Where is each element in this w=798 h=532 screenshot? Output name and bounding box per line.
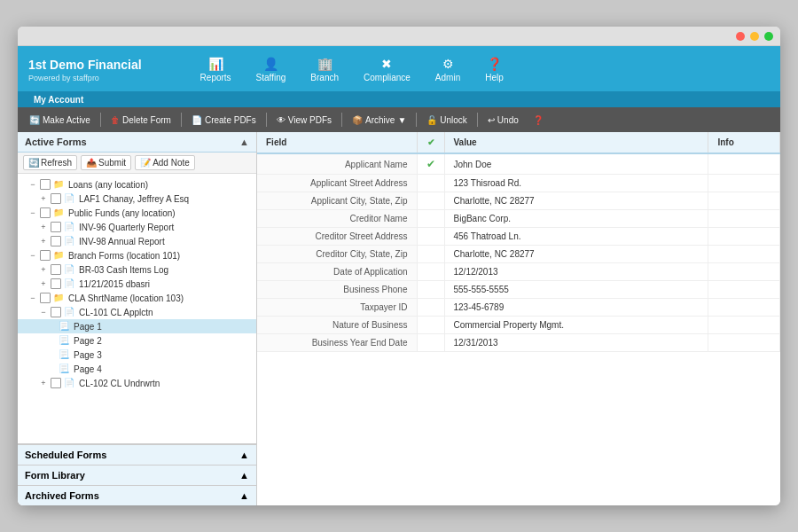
nav-branch[interactable]: 🏢 Branch <box>298 51 351 88</box>
submit-button[interactable]: 📤 Submit <box>81 155 131 170</box>
scheduled-forms-label: Scheduled Forms <box>25 450 106 460</box>
table-row[interactable]: Creditor NameBigBanc Corp. <box>257 210 780 228</box>
check-cell <box>417 263 444 281</box>
table-row[interactable]: Applicant Street Address123 Thisroad Rd. <box>257 175 780 192</box>
dbasri-icon: 📄 <box>64 278 76 289</box>
tree-dbasri[interactable]: + 📄 11/21/2015 dbasri <box>18 277 256 291</box>
left-panel-toolbar: 🔄 Refresh 📤 Submit 📝 Add Note <box>18 153 256 174</box>
tree-public-funds[interactable]: − 📁 Public Funds (any location) <box>18 206 256 220</box>
make-active-button[interactable]: 🔄 Make Active <box>25 113 95 127</box>
tree-cl101[interactable]: − 📄 CL-101 CL Applctn <box>18 305 256 319</box>
value-cell: Charlotte, NC 28277 <box>444 192 708 210</box>
unlock-icon: 🔓 <box>426 115 437 125</box>
loans-toggle[interactable]: − <box>28 180 37 189</box>
laf1-checkbox[interactable] <box>51 193 61 204</box>
table-row[interactable]: Creditor Street Address456 Thatroad Ln. <box>257 228 780 246</box>
check-cell <box>417 228 444 246</box>
unlock-button[interactable]: 🔓 Unlock <box>422 113 472 127</box>
form-library-header[interactable]: Form Library ▲ <box>18 466 256 485</box>
undo-button[interactable]: ↩ Undo <box>483 113 523 127</box>
my-account-label[interactable]: My Account <box>28 93 89 106</box>
scheduled-forms-header[interactable]: Scheduled Forms ▲ <box>18 445 256 465</box>
br03-checkbox[interactable] <box>51 264 61 275</box>
table-row[interactable]: Taxpayer ID123-45-6789 <box>257 299 780 317</box>
cla-icon: 📁 <box>53 293 66 303</box>
close-button[interactable] <box>736 32 745 41</box>
cl102-icon: 📄 <box>64 378 76 388</box>
page2-icon: 📃 <box>59 335 71 346</box>
table-row[interactable]: Date of Application12/12/2013 <box>257 263 780 281</box>
br03-toggle[interactable]: + <box>39 265 48 274</box>
dbasri-checkbox[interactable] <box>51 278 61 289</box>
br03-icon: 📄 <box>64 264 76 275</box>
add-note-button[interactable]: 📝 Add Note <box>135 155 195 170</box>
public-funds-checkbox[interactable] <box>40 207 51 218</box>
cl102-checkbox[interactable] <box>51 378 61 388</box>
value-cell: 456 Thatroad Ln. <box>444 228 708 246</box>
tree-cl102[interactable]: + 📄 CL-102 CL Undrwrtn <box>18 376 256 390</box>
tree-laf1[interactable]: + 📄 LAF1 Chanay, Jeffrey A Esq <box>18 192 256 206</box>
cl101-toggle[interactable]: − <box>39 308 48 317</box>
inv98-checkbox[interactable] <box>51 236 61 246</box>
dbasri-toggle[interactable]: + <box>39 279 48 288</box>
field-cell: Taxpayer ID <box>257 299 417 317</box>
nav-admin[interactable]: ⚙ Admin <box>423 51 473 88</box>
data-table: Field ✔ Value Info Applicant Name✔John D… <box>257 132 780 352</box>
tree-page1[interactable]: 📃 Page 1 <box>18 319 256 333</box>
table-row[interactable]: Nature of BusinessCommercial Property Mg… <box>257 317 780 334</box>
branch-checkbox[interactable] <box>40 250 51 261</box>
tree-inv96[interactable]: + 📄 INV-96 Quarterly Report <box>18 220 256 234</box>
check-cell: ✔ <box>417 153 444 175</box>
table-row[interactable]: Creditor City, State, ZipCharlotte, NC 2… <box>257 246 780 263</box>
page4-label: Page 4 <box>74 364 102 374</box>
info-cell <box>708 299 780 317</box>
bottom-panels: Scheduled Forms ▲ Form Library ▲ Archive… <box>18 443 256 505</box>
info-cell <box>708 334 780 352</box>
cl101-checkbox[interactable] <box>51 307 61 317</box>
minimize-button[interactable] <box>750 32 759 41</box>
tree-br03[interactable]: + 📄 BR-03 Cash Items Log <box>18 262 256 277</box>
cla-toggle[interactable]: − <box>28 293 37 302</box>
branch-toggle[interactable]: − <box>28 251 37 260</box>
help-toolbar-button[interactable]: ❓ <box>528 113 548 127</box>
tree-cla-shortname[interactable]: − 📁 CLA ShrtName (location 103) <box>18 291 256 305</box>
inv98-toggle[interactable]: + <box>39 237 48 246</box>
refresh-button[interactable]: 🔄 Refresh <box>23 155 77 170</box>
table-row[interactable]: Applicant City, State, ZipCharlotte, NC … <box>257 192 780 210</box>
inv96-checkbox[interactable] <box>51 222 61 232</box>
inv96-toggle[interactable]: + <box>39 223 48 231</box>
tree-page3[interactable]: 📃 Page 3 <box>18 348 256 362</box>
cla-checkbox[interactable] <box>40 293 51 303</box>
nav-reports[interactable]: 📊 Reports <box>188 51 244 88</box>
archived-forms-header[interactable]: Archived Forms ▲ <box>18 486 256 505</box>
tree-inv98[interactable]: + 📄 INV-98 Annual Report <box>18 234 256 248</box>
nav-help[interactable]: ❓ Help <box>473 51 516 88</box>
delete-form-button[interactable]: 🗑 Delete Form <box>106 113 176 127</box>
view-pdfs-button[interactable]: 👁 View PDFs <box>272 113 336 127</box>
public-funds-toggle[interactable]: − <box>28 208 37 217</box>
cl102-toggle[interactable]: + <box>39 379 48 387</box>
brand-info: 1st Demo Financial Powered by staffpro <box>28 58 142 82</box>
info-cell <box>708 192 780 210</box>
laf1-toggle[interactable]: + <box>39 194 48 203</box>
tree-loans-folder[interactable]: − 📁 Loans (any location) <box>18 177 256 192</box>
nav-compliance[interactable]: ✖ Compliance <box>351 51 423 88</box>
archive-button[interactable]: 📦 Archive ▼ <box>348 113 411 127</box>
delete-label: Delete Form <box>122 115 171 125</box>
nav-staffing[interactable]: 👤 Staffing <box>244 51 299 88</box>
check-cell <box>417 192 444 210</box>
branch-icon: 🏢 <box>317 57 332 71</box>
maximize-button[interactable] <box>764 32 773 41</box>
tree-page4[interactable]: 📃 Page 4 <box>18 362 256 376</box>
table-row[interactable]: Business Phone555-555-5555 <box>257 281 780 299</box>
table-row[interactable]: Business Year End Date12/31/2013 <box>257 334 780 352</box>
table-row[interactable]: Applicant Name✔John Doe <box>257 153 780 175</box>
inv96-label: INV-96 Quarterly Report <box>79 223 174 232</box>
create-pdfs-button[interactable]: 📄 Create PDFs <box>187 113 261 127</box>
tree-page2[interactable]: 📃 Page 2 <box>18 333 256 348</box>
tree-branch-forms[interactable]: − 📁 Branch Forms (location 101) <box>18 248 256 262</box>
check-cell <box>417 281 444 299</box>
reports-icon: 📊 <box>208 57 223 71</box>
active-forms-arrow[interactable]: ▲ <box>239 137 249 147</box>
loans-checkbox[interactable] <box>40 179 51 190</box>
